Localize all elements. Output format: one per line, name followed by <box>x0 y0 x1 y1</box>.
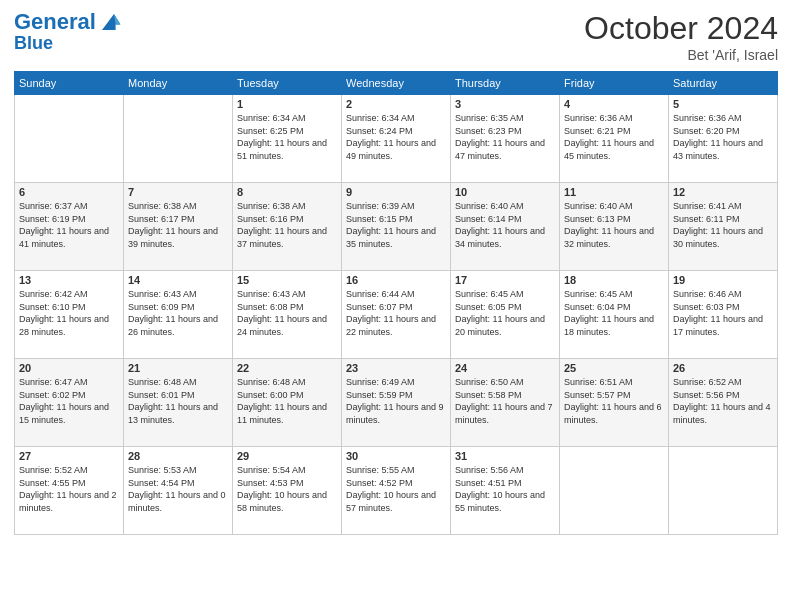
day-number: 21 <box>128 362 228 374</box>
day-number: 18 <box>564 274 664 286</box>
day-cell: 27Sunrise: 5:52 AMSunset: 4:55 PMDayligh… <box>15 447 124 535</box>
day-cell: 9Sunrise: 6:39 AMSunset: 6:15 PMDaylight… <box>342 183 451 271</box>
header: General Blue October 2024 Bet 'Arif, Isr… <box>14 10 778 63</box>
day-info: Sunrise: 6:50 AMSunset: 5:58 PMDaylight:… <box>455 376 555 426</box>
day-number: 25 <box>564 362 664 374</box>
day-cell: 23Sunrise: 6:49 AMSunset: 5:59 PMDayligh… <box>342 359 451 447</box>
day-number: 8 <box>237 186 337 198</box>
day-cell: 11Sunrise: 6:40 AMSunset: 6:13 PMDayligh… <box>560 183 669 271</box>
day-number: 6 <box>19 186 119 198</box>
day-cell: 28Sunrise: 5:53 AMSunset: 4:54 PMDayligh… <box>124 447 233 535</box>
day-number: 4 <box>564 98 664 110</box>
logo-blue: Blue <box>14 34 122 54</box>
day-number: 26 <box>673 362 773 374</box>
day-number: 29 <box>237 450 337 462</box>
logo-area: General Blue <box>14 10 122 54</box>
day-number: 24 <box>455 362 555 374</box>
day-number: 5 <box>673 98 773 110</box>
day-cell: 20Sunrise: 6:47 AMSunset: 6:02 PMDayligh… <box>15 359 124 447</box>
day-number: 22 <box>237 362 337 374</box>
day-cell: 13Sunrise: 6:42 AMSunset: 6:10 PMDayligh… <box>15 271 124 359</box>
calendar: Sunday Monday Tuesday Wednesday Thursday… <box>14 71 778 535</box>
day-info: Sunrise: 6:43 AMSunset: 6:09 PMDaylight:… <box>128 288 228 338</box>
day-info: Sunrise: 6:40 AMSunset: 6:13 PMDaylight:… <box>564 200 664 250</box>
month-title: October 2024 <box>584 10 778 47</box>
day-cell <box>124 95 233 183</box>
day-number: 23 <box>346 362 446 374</box>
day-info: Sunrise: 6:35 AMSunset: 6:23 PMDaylight:… <box>455 112 555 162</box>
day-cell: 8Sunrise: 6:38 AMSunset: 6:16 PMDaylight… <box>233 183 342 271</box>
day-cell: 4Sunrise: 6:36 AMSunset: 6:21 PMDaylight… <box>560 95 669 183</box>
day-cell: 26Sunrise: 6:52 AMSunset: 5:56 PMDayligh… <box>669 359 778 447</box>
page: General Blue October 2024 Bet 'Arif, Isr… <box>0 0 792 612</box>
week-row-5: 27Sunrise: 5:52 AMSunset: 4:55 PMDayligh… <box>15 447 778 535</box>
day-number: 30 <box>346 450 446 462</box>
day-number: 3 <box>455 98 555 110</box>
day-info: Sunrise: 6:41 AMSunset: 6:11 PMDaylight:… <box>673 200 773 250</box>
day-info: Sunrise: 6:46 AMSunset: 6:03 PMDaylight:… <box>673 288 773 338</box>
day-cell: 15Sunrise: 6:43 AMSunset: 6:08 PMDayligh… <box>233 271 342 359</box>
day-info: Sunrise: 5:56 AMSunset: 4:51 PMDaylight:… <box>455 464 555 514</box>
location-title: Bet 'Arif, Israel <box>584 47 778 63</box>
day-info: Sunrise: 6:52 AMSunset: 5:56 PMDaylight:… <box>673 376 773 426</box>
day-info: Sunrise: 5:55 AMSunset: 4:52 PMDaylight:… <box>346 464 446 514</box>
day-number: 16 <box>346 274 446 286</box>
day-cell: 18Sunrise: 6:45 AMSunset: 6:04 PMDayligh… <box>560 271 669 359</box>
logo-icon <box>98 10 122 34</box>
day-cell: 14Sunrise: 6:43 AMSunset: 6:09 PMDayligh… <box>124 271 233 359</box>
day-number: 12 <box>673 186 773 198</box>
week-row-1: 1Sunrise: 6:34 AMSunset: 6:25 PMDaylight… <box>15 95 778 183</box>
day-info: Sunrise: 6:36 AMSunset: 6:20 PMDaylight:… <box>673 112 773 162</box>
day-info: Sunrise: 6:48 AMSunset: 6:01 PMDaylight:… <box>128 376 228 426</box>
day-cell: 30Sunrise: 5:55 AMSunset: 4:52 PMDayligh… <box>342 447 451 535</box>
day-cell: 21Sunrise: 6:48 AMSunset: 6:01 PMDayligh… <box>124 359 233 447</box>
day-number: 11 <box>564 186 664 198</box>
day-cell: 22Sunrise: 6:48 AMSunset: 6:00 PMDayligh… <box>233 359 342 447</box>
day-info: Sunrise: 6:43 AMSunset: 6:08 PMDaylight:… <box>237 288 337 338</box>
day-number: 10 <box>455 186 555 198</box>
col-sunday: Sunday <box>15 72 124 95</box>
day-number: 20 <box>19 362 119 374</box>
col-tuesday: Tuesday <box>233 72 342 95</box>
day-info: Sunrise: 6:45 AMSunset: 6:05 PMDaylight:… <box>455 288 555 338</box>
header-row: Sunday Monday Tuesday Wednesday Thursday… <box>15 72 778 95</box>
day-cell: 24Sunrise: 6:50 AMSunset: 5:58 PMDayligh… <box>451 359 560 447</box>
day-cell: 7Sunrise: 6:38 AMSunset: 6:17 PMDaylight… <box>124 183 233 271</box>
title-area: October 2024 Bet 'Arif, Israel <box>584 10 778 63</box>
day-number: 15 <box>237 274 337 286</box>
day-info: Sunrise: 5:53 AMSunset: 4:54 PMDaylight:… <box>128 464 228 514</box>
day-number: 31 <box>455 450 555 462</box>
day-info: Sunrise: 5:52 AMSunset: 4:55 PMDaylight:… <box>19 464 119 514</box>
day-info: Sunrise: 6:45 AMSunset: 6:04 PMDaylight:… <box>564 288 664 338</box>
calendar-body: 1Sunrise: 6:34 AMSunset: 6:25 PMDaylight… <box>15 95 778 535</box>
day-cell: 10Sunrise: 6:40 AMSunset: 6:14 PMDayligh… <box>451 183 560 271</box>
day-cell: 1Sunrise: 6:34 AMSunset: 6:25 PMDaylight… <box>233 95 342 183</box>
day-info: Sunrise: 6:38 AMSunset: 6:17 PMDaylight:… <box>128 200 228 250</box>
day-number: 28 <box>128 450 228 462</box>
day-info: Sunrise: 6:51 AMSunset: 5:57 PMDaylight:… <box>564 376 664 426</box>
week-row-2: 6Sunrise: 6:37 AMSunset: 6:19 PMDaylight… <box>15 183 778 271</box>
day-info: Sunrise: 6:34 AMSunset: 6:25 PMDaylight:… <box>237 112 337 162</box>
day-cell: 17Sunrise: 6:45 AMSunset: 6:05 PMDayligh… <box>451 271 560 359</box>
col-thursday: Thursday <box>451 72 560 95</box>
day-number: 17 <box>455 274 555 286</box>
day-info: Sunrise: 6:44 AMSunset: 6:07 PMDaylight:… <box>346 288 446 338</box>
day-cell: 12Sunrise: 6:41 AMSunset: 6:11 PMDayligh… <box>669 183 778 271</box>
col-wednesday: Wednesday <box>342 72 451 95</box>
day-info: Sunrise: 6:38 AMSunset: 6:16 PMDaylight:… <box>237 200 337 250</box>
day-number: 13 <box>19 274 119 286</box>
col-saturday: Saturday <box>669 72 778 95</box>
day-info: Sunrise: 6:42 AMSunset: 6:10 PMDaylight:… <box>19 288 119 338</box>
day-cell: 3Sunrise: 6:35 AMSunset: 6:23 PMDaylight… <box>451 95 560 183</box>
day-number: 14 <box>128 274 228 286</box>
day-cell: 6Sunrise: 6:37 AMSunset: 6:19 PMDaylight… <box>15 183 124 271</box>
week-row-3: 13Sunrise: 6:42 AMSunset: 6:10 PMDayligh… <box>15 271 778 359</box>
day-info: Sunrise: 6:36 AMSunset: 6:21 PMDaylight:… <box>564 112 664 162</box>
day-info: Sunrise: 6:39 AMSunset: 6:15 PMDaylight:… <box>346 200 446 250</box>
day-cell: 5Sunrise: 6:36 AMSunset: 6:20 PMDaylight… <box>669 95 778 183</box>
day-cell: 2Sunrise: 6:34 AMSunset: 6:24 PMDaylight… <box>342 95 451 183</box>
day-number: 19 <box>673 274 773 286</box>
col-friday: Friday <box>560 72 669 95</box>
day-info: Sunrise: 6:48 AMSunset: 6:00 PMDaylight:… <box>237 376 337 426</box>
day-info: Sunrise: 6:34 AMSunset: 6:24 PMDaylight:… <box>346 112 446 162</box>
